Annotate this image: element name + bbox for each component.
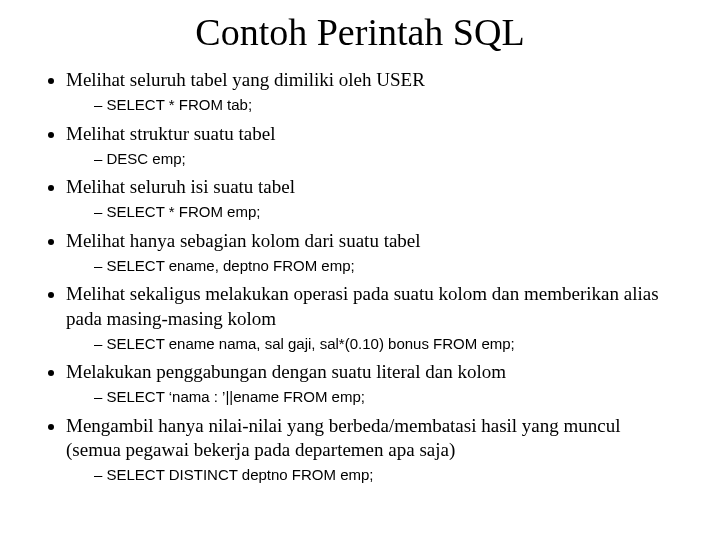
list-item: Melihat seluruh isi suatu tabel SELECT *… (66, 175, 680, 223)
sub-list: SELECT * FROM tab; (66, 95, 680, 115)
code-line: SELECT DISTINCT deptno FROM emp; (94, 465, 680, 485)
item-text: Melihat hanya sebagian kolom dari suatu … (66, 230, 421, 251)
page-title: Contoh Perintah SQL (40, 10, 680, 54)
bullet-list: Melihat seluruh tabel yang dimiliki oleh… (40, 68, 680, 486)
item-text: Melakukan penggabungan dengan suatu lite… (66, 361, 506, 382)
list-item: Melihat hanya sebagian kolom dari suatu … (66, 229, 680, 277)
sub-list: SELECT * FROM emp; (66, 202, 680, 222)
sub-list: SELECT ename, deptno FROM emp; (66, 256, 680, 276)
sub-list: DESC emp; (66, 149, 680, 169)
sub-list: SELECT ‘nama : ’||ename FROM emp; (66, 387, 680, 407)
list-item: Melihat seluruh tabel yang dimiliki oleh… (66, 68, 680, 116)
code-line: SELECT * FROM tab; (94, 95, 680, 115)
sub-list: SELECT ename nama, sal gaji, sal*(0.10) … (66, 334, 680, 354)
slide: Contoh Perintah SQL Melihat seluruh tabe… (0, 0, 720, 540)
list-item: Melihat sekaligus melakukan operasi pada… (66, 282, 680, 354)
code-line: SELECT ename nama, sal gaji, sal*(0.10) … (94, 334, 680, 354)
code-line: SELECT ‘nama : ’||ename FROM emp; (94, 387, 680, 407)
code-line: SELECT ename, deptno FROM emp; (94, 256, 680, 276)
item-text: Melihat sekaligus melakukan operasi pada… (66, 283, 659, 328)
list-item: Melihat struktur suatu tabel DESC emp; (66, 122, 680, 170)
code-line: SELECT * FROM emp; (94, 202, 680, 222)
item-text: Melihat seluruh isi suatu tabel (66, 176, 295, 197)
item-text: Melihat seluruh tabel yang dimiliki oleh… (66, 69, 425, 90)
list-item: Mengambil hanya nilai-nilai yang berbeda… (66, 414, 680, 486)
list-item: Melakukan penggabungan dengan suatu lite… (66, 360, 680, 408)
item-text: Mengambil hanya nilai-nilai yang berbeda… (66, 415, 621, 460)
code-line: DESC emp; (94, 149, 680, 169)
sub-list: SELECT DISTINCT deptno FROM emp; (66, 465, 680, 485)
item-text: Melihat struktur suatu tabel (66, 123, 275, 144)
